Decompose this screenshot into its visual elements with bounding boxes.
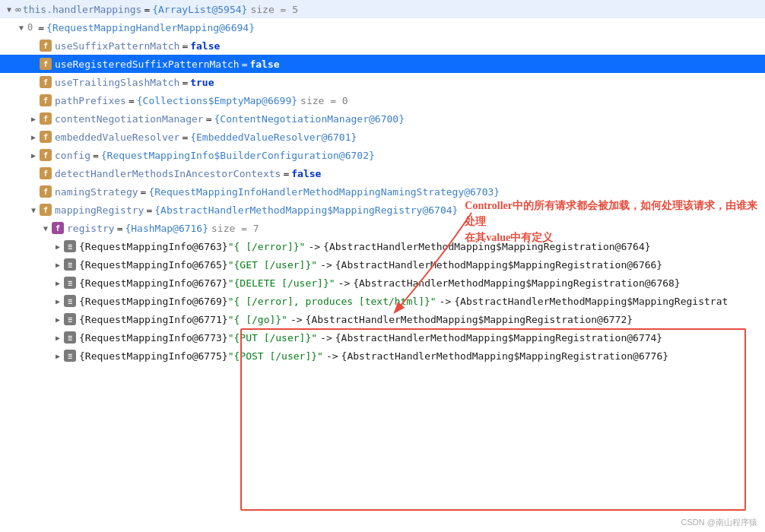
mapvalue-6763: {AbstractHandlerMethodMapping$MappingReg…: [323, 241, 650, 252]
toggle-entry-6763[interactable]: [52, 242, 64, 251]
size-handlerMappings: size = 5: [250, 4, 298, 15]
f-badge-namingStrategy: f: [40, 185, 52, 198]
field-6765: {RequestMappingInfo@6765}: [79, 259, 228, 271]
toggle-handlerMappings[interactable]: [3, 5, 15, 14]
toggle-entry-6767[interactable]: [52, 279, 64, 287]
tree-row-pathPrefixes[interactable]: f pathPrefixes = {Collections$EmptyMap@6…: [0, 91, 765, 109]
tree-row-useRegistered[interactable]: f useRegisteredSuffixPatternMatch = fals…: [0, 55, 765, 73]
field-useSuffix: useSuffixPatternMatch: [55, 40, 179, 52]
toggle-embeddedValue[interactable]: [27, 133, 40, 141]
list-badge-6775: ≡: [64, 350, 76, 362]
f-badge-mappingRegistry: f: [40, 204, 52, 216]
value-detectHandler: false: [291, 168, 321, 179]
field-useRegistered: useRegisteredSuffixPatternMatch: [55, 59, 240, 70]
value-embeddedValue: {EmbeddedValueResolver@6701}: [190, 131, 357, 143]
value-mappingRegistry: {AbstractHandlerMethodMapping$MappingReg…: [154, 204, 458, 216]
tree-row-entry-6775[interactable]: ≡ {RequestMappingInfo@6775} "{POST [/use…: [0, 347, 765, 365]
field-config: config: [55, 150, 90, 161]
field-handlerMappings: this.handlerMappings: [23, 4, 142, 15]
value-useRegistered: false: [249, 59, 279, 70]
value-0: {RequestMappingHandlerMapping@6694}: [46, 22, 255, 33]
list-badge-6773: ≡: [64, 331, 76, 344]
tree-row-namingStrategy[interactable]: f namingStrategy = {RequestMappingInfoHa…: [0, 182, 765, 201]
value-useSuffix: false: [190, 40, 220, 52]
field-6763: {RequestMappingInfo@6763}: [79, 241, 228, 252]
list-badge-6763: ≡: [64, 240, 76, 252]
value-config: {RequestMappingInfo$BuilderConfiguration…: [101, 150, 375, 161]
mapkey-6763: "{ [/error]}": [228, 241, 306, 252]
f-badge-useRegistered: f: [40, 58, 52, 70]
value-namingStrategy: {RequestMappingInfoHandlerMethodMappingN…: [148, 186, 500, 198]
mapkey-6767: "{DELETE [/user]}": [228, 277, 335, 289]
tree-row-entry-6765[interactable]: ≡ {RequestMappingInfo@6765} "{GET [/user…: [0, 255, 765, 274]
field-namingStrategy: namingStrategy: [55, 186, 138, 198]
field-6773: {RequestMappingInfo@6773}: [79, 332, 228, 344]
field-pathPrefixes: pathPrefixes: [55, 95, 126, 106]
tree-row-mappingRegistry[interactable]: f mappingRegistry = {AbstractHandlerMeth…: [0, 201, 765, 219]
mapvalue-6773: {AbstractHandlerMethodMapping$MappingReg…: [335, 332, 662, 344]
tree-row-0[interactable]: 0 = {RequestMappingHandlerMapping@6694}: [0, 18, 765, 36]
value-contentNeg: {ContentNegotiationManager@6700}: [214, 113, 405, 125]
tree-row-entry-6773[interactable]: ≡ {RequestMappingInfo@6773} "{PUT [/user…: [0, 328, 765, 347]
list-badge-6767: ≡: [64, 277, 76, 289]
field-mappingRegistry: mappingRegistry: [55, 204, 144, 216]
field-registry: registry: [67, 223, 115, 234]
tree-row-entry-6763[interactable]: ≡ {RequestMappingInfo@6763} "{ [/error]}…: [0, 237, 765, 255]
field-6771: {RequestMappingInfo@6771}: [79, 314, 228, 325]
tree-row-handlerMappings[interactable]: ∞ this.handlerMappings = {ArrayList@5954…: [0, 0, 765, 18]
toggle-entry-6775[interactable]: [52, 352, 64, 360]
list-badge-6765: ≡: [64, 258, 76, 271]
debugger-panel: ∞ this.handlerMappings = {ArrayList@5954…: [0, 0, 765, 532]
f-badge-embeddedValue: f: [40, 131, 52, 143]
field-contentNeg: contentNegotiationManager: [55, 113, 204, 125]
toggle-contentNeg[interactable]: [27, 115, 40, 123]
mapvalue-6775: {AbstractHandlerMethodMapping$MappingReg…: [341, 350, 668, 362]
field-6767: {RequestMappingInfo@6767}: [79, 277, 228, 289]
field-useTrailing: useTrailingSlashMatch: [55, 77, 179, 88]
toggle-config[interactable]: [27, 151, 40, 160]
size-pathPrefixes: size = 0: [300, 95, 348, 106]
f-badge-contentNeg: f: [40, 112, 52, 125]
tree-row-entry-6771[interactable]: ≡ {RequestMappingInfo@6771} "{ [/go]}" -…: [0, 310, 765, 328]
field-embeddedValue: embeddedValueResolver: [55, 131, 179, 143]
tree-row-detectHandler[interactable]: f detectHandlerMethodsInAncestorContexts…: [0, 164, 765, 182]
tree-row-useSuffix[interactable]: f useSuffixPatternMatch = false: [0, 36, 765, 55]
toggle-entry-6769[interactable]: [52, 297, 64, 306]
f-badge-useSuffix: f: [40, 40, 52, 52]
field-6769: {RequestMappingInfo@6769}: [79, 296, 228, 307]
mapkey-6771: "{ [/go]}": [228, 314, 287, 325]
tree-row-config[interactable]: f config = {RequestMappingInfo$BuilderCo…: [0, 146, 765, 164]
toggle-0[interactable]: [15, 24, 27, 32]
field-6775: {RequestMappingInfo@6775}: [79, 350, 228, 362]
f-badge-registry: f: [52, 222, 64, 234]
toggle-entry-6771[interactable]: [52, 315, 64, 324]
list-badge-6771: ≡: [64, 313, 76, 325]
tree-row-contentNeg[interactable]: f contentNegotiationManager = {ContentNe…: [0, 109, 765, 128]
toggle-registry[interactable]: [40, 224, 52, 233]
tree-row-entry-6767[interactable]: ≡ {RequestMappingInfo@6767} "{DELETE [/u…: [0, 274, 765, 292]
mapkey-6765: "{GET [/user]}": [228, 259, 317, 271]
value-useTrailing: true: [190, 77, 214, 88]
mapkey-6773: "{PUT [/user]}": [228, 332, 317, 344]
size-registry: size = 7: [211, 223, 259, 234]
tree-row-registry[interactable]: f registry = {HashMap@6716} size = 7: [0, 219, 765, 237]
value-pathPrefixes: {Collections$EmptyMap@6699}: [137, 95, 297, 106]
mapkey-6769: "{ [/error], produces [text/html]}": [228, 296, 436, 307]
tree-row-useTrailing[interactable]: f useTrailingSlashMatch = true: [0, 73, 765, 91]
tree-row-embeddedValue[interactable]: f embeddedValueResolver = {EmbeddedValue…: [0, 128, 765, 146]
mapkey-6775: "{POST [/user]}": [228, 350, 323, 362]
f-badge-pathPrefixes: f: [40, 94, 52, 106]
f-badge-config: f: [40, 149, 52, 161]
mapvalue-6771: {AbstractHandlerMethodMapping$MappingReg…: [306, 314, 633, 325]
mapvalue-6767: {AbstractHandlerMethodMapping$MappingReg…: [353, 277, 680, 289]
f-badge-useTrailing: f: [40, 76, 52, 88]
watermark: CSDN @南山程序猿: [681, 517, 757, 528]
toggle-entry-6765[interactable]: [52, 261, 64, 269]
value-registry: {HashMap@6716}: [125, 223, 208, 234]
mapvalue-6769: {AbstractHandlerMethodMapping$MappingReg…: [454, 296, 728, 307]
f-badge-detectHandler: f: [40, 167, 52, 179]
toggle-mappingRegistry[interactable]: [27, 206, 40, 214]
mapvalue-6765: {AbstractHandlerMethodMapping$MappingReg…: [335, 259, 662, 271]
tree-row-entry-6769[interactable]: ≡ {RequestMappingInfo@6769} "{ [/error],…: [0, 292, 765, 310]
toggle-entry-6773[interactable]: [52, 334, 64, 342]
